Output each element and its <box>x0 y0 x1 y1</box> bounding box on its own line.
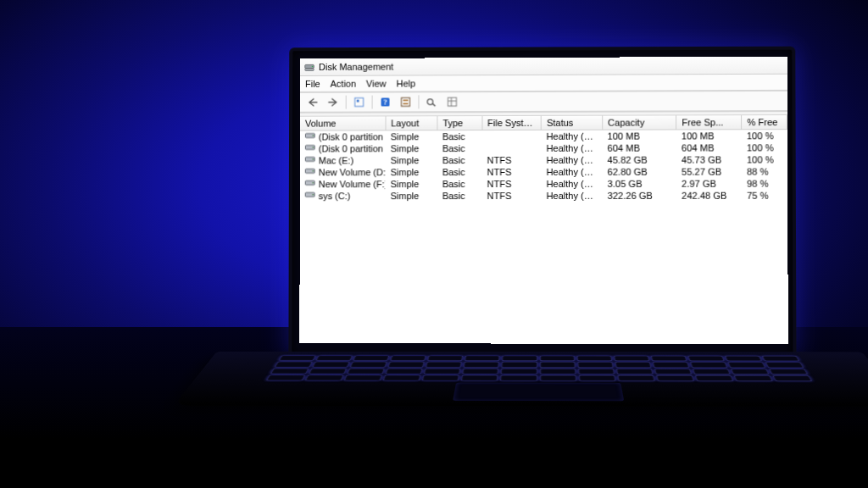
cell-capacity: 45.82 GB <box>603 154 676 166</box>
cell-fs <box>482 130 542 142</box>
svg-point-10 <box>427 99 433 105</box>
table-row[interactable]: New Volume (F:)SimpleBasicNTFSHealthy (B… <box>300 178 787 191</box>
table-row[interactable]: Mac (E:)SimpleBasicNTFSHealthy (B...45.8… <box>300 153 787 166</box>
cell-fs <box>482 142 542 154</box>
col-capacity[interactable]: Capacity <box>603 115 676 130</box>
svg-point-1 <box>312 66 314 68</box>
cell-layout: Simple <box>386 190 437 202</box>
cell-free: 55.27 GB <box>676 166 742 178</box>
disk-icon <box>305 155 315 165</box>
cell-free: 604 MB <box>676 141 742 153</box>
cell-pct: 88 % <box>742 165 787 177</box>
cell-pct: 98 % <box>742 178 787 190</box>
cell-status: Healthy (B... <box>541 166 602 178</box>
volume-list[interactable]: Volume Layout Type File System Status Ca… <box>299 115 787 344</box>
menu-file[interactable]: File <box>305 79 320 89</box>
menu-view[interactable]: View <box>366 79 387 89</box>
svg-rect-8 <box>403 99 408 101</box>
properties-button[interactable] <box>350 94 369 111</box>
cell-capacity: 3.05 GB <box>603 178 676 190</box>
properties-icon <box>353 97 365 108</box>
svg-rect-4 <box>357 100 359 103</box>
svg-point-21 <box>312 170 314 172</box>
col-type[interactable]: Type <box>437 116 482 130</box>
svg-rect-3 <box>355 98 364 107</box>
forward-arrow-icon <box>327 97 339 108</box>
menu-help[interactable]: Help <box>396 78 415 88</box>
menubar: File Action View Help <box>300 75 787 92</box>
cell-type: Basic <box>437 142 482 154</box>
col-pct[interactable]: % Free <box>742 115 787 130</box>
col-filesystem[interactable]: File System <box>482 116 542 130</box>
help-button[interactable]: ? <box>376 93 395 110</box>
cell-fs: NTFS <box>482 154 542 166</box>
cell-status: Healthy (E... <box>541 130 602 142</box>
cell-volume: sys (C:) <box>319 191 351 201</box>
forward-button[interactable] <box>324 94 342 111</box>
cell-free: 100 MB <box>676 130 742 142</box>
touchpad <box>453 383 624 402</box>
titlebar[interactable]: Disk Management <box>300 57 787 76</box>
cell-pct: 100 % <box>742 130 787 142</box>
table-row[interactable]: New Volume (D:)SimpleBasicNTFSHealthy (B… <box>300 165 787 178</box>
menu-action[interactable]: Action <box>331 79 356 89</box>
disk-icon <box>305 167 315 177</box>
table-row[interactable]: (Disk 0 partition 1)SimpleBasicHealthy (… <box>300 130 787 143</box>
toolbar: ? <box>300 92 787 113</box>
disk-management-window: Disk Management File Action View Help <box>299 57 787 345</box>
back-arrow-icon <box>307 97 319 108</box>
cell-layout: Simple <box>386 154 437 166</box>
window-title: Disk Management <box>319 62 393 72</box>
svg-rect-11 <box>448 97 456 106</box>
list-icon <box>426 96 437 108</box>
cell-volume: (Disk 0 partition 1) <box>319 131 386 141</box>
cell-type: Basic <box>437 178 482 190</box>
col-volume[interactable]: Volume <box>300 116 386 130</box>
cell-fs: NTFS <box>482 190 542 202</box>
svg-point-25 <box>312 194 314 196</box>
cell-capacity: 322.26 GB <box>603 190 676 202</box>
cell-capacity: 604 MB <box>603 142 676 154</box>
column-headers[interactable]: Volume Layout Type File System Status Ca… <box>300 115 787 130</box>
cell-capacity: 62.80 GB <box>603 166 676 178</box>
refresh-button[interactable] <box>396 93 415 110</box>
svg-point-15 <box>313 135 314 136</box>
disk-icon <box>305 191 315 201</box>
col-free[interactable]: Free Sp... <box>676 115 742 130</box>
cell-layout: Simple <box>386 130 437 143</box>
keyboard <box>266 356 812 381</box>
disk-icon <box>305 132 315 142</box>
cell-type: Basic <box>437 130 482 143</box>
cell-volume: New Volume (F:) <box>319 179 386 189</box>
svg-text:?: ? <box>383 98 387 107</box>
cell-capacity: 100 MB <box>603 130 676 142</box>
cell-pct: 75 % <box>742 190 787 202</box>
cell-status: Healthy (B... <box>541 154 602 166</box>
table-row[interactable]: (Disk 0 partition 6)SimpleBasicHealthy (… <box>300 141 787 154</box>
svg-point-19 <box>312 158 314 160</box>
cell-layout: Simple <box>386 166 437 178</box>
cell-pct: 100 % <box>742 153 787 165</box>
disk-icon <box>305 144 315 154</box>
back-button[interactable] <box>303 94 322 111</box>
svg-rect-9 <box>403 103 408 104</box>
cell-fs: NTFS <box>482 166 542 178</box>
cell-status: Healthy (B... <box>541 178 602 190</box>
help-icon: ? <box>380 96 392 108</box>
cell-volume: (Disk 0 partition 6) <box>319 143 386 153</box>
details-button[interactable] <box>442 93 461 110</box>
cell-pct: 100 % <box>742 141 787 153</box>
table-row[interactable]: sys (C:)SimpleBasicNTFSHealthy (B...322.… <box>300 190 787 202</box>
laptop: Disk Management File Action View Help <box>216 47 798 455</box>
col-status[interactable]: Status <box>541 116 602 130</box>
svg-rect-2 <box>305 69 314 70</box>
disk-icon <box>305 179 315 189</box>
list-button[interactable] <box>422 93 441 110</box>
cell-free: 2.97 GB <box>676 178 742 190</box>
app-icon <box>303 61 315 73</box>
col-layout[interactable]: Layout <box>386 116 437 130</box>
cell-layout: Simple <box>386 178 437 190</box>
cell-free: 242.48 GB <box>676 190 742 202</box>
svg-point-23 <box>312 182 314 184</box>
cell-type: Basic <box>437 154 482 166</box>
